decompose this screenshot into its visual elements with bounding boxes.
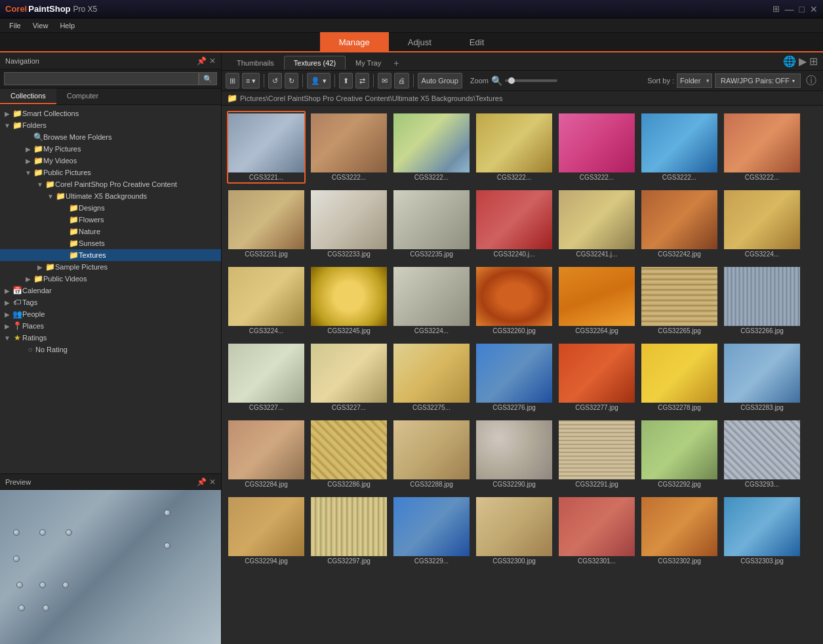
tree-public-pictures[interactable]: ▼ 📁 Public Pictures bbox=[0, 167, 221, 178]
grid-view-icon[interactable]: ⊞ bbox=[809, 55, 818, 68]
thumbnail-item[interactable]: CGS32284.jpg bbox=[227, 418, 306, 491]
thumbnail-item[interactable]: CGS3221... bbox=[227, 111, 306, 184]
info-button[interactable]: ⓘ bbox=[803, 74, 819, 88]
zoom-slider[interactable] bbox=[505, 79, 557, 82]
thumbnail-item[interactable]: CGS32291.jpg bbox=[557, 418, 636, 491]
tree-my-videos[interactable]: ▶ 📁 My Videos bbox=[0, 155, 221, 167]
tree-sample-pictures[interactable]: ▶ 📁 Sample Pictures bbox=[0, 261, 221, 273]
thumbnail-item[interactable]: CGS3222... bbox=[475, 111, 553, 184]
thumbnail-item[interactable]: CGS3222... bbox=[557, 111, 636, 184]
tree-smart-collections[interactable]: ▶ 📁 Smart Collections bbox=[0, 108, 221, 119]
tree-browse-more[interactable]: 🔍 Browse More Folders bbox=[0, 131, 221, 143]
thumbnail-item[interactable]: CGS32288.jpg bbox=[392, 418, 471, 491]
tree-no-rating[interactable]: ○ No Rating bbox=[0, 344, 221, 355]
thumbnail-item[interactable]: CGS32233.jpg bbox=[310, 188, 388, 260]
thumbnail-item[interactable]: CGS32283.jpg bbox=[723, 341, 801, 414]
tab-my-tray-view[interactable]: My Tray bbox=[346, 56, 391, 70]
thumbnail-item[interactable]: CGS3224... bbox=[227, 264, 306, 337]
tree-corel-creative[interactable]: ▼ 📁 Corel PaintShop Pro Creative Content bbox=[0, 178, 221, 190]
rotate-right-button[interactable]: ↻ bbox=[285, 73, 298, 89]
maximize-button[interactable]: □ bbox=[799, 4, 805, 14]
add-tab-button[interactable]: + bbox=[393, 58, 399, 68]
tree-tags[interactable]: ▶ 🏷 Tags bbox=[0, 296, 221, 308]
raw-jpg-button[interactable]: RAW/JPG Pairs: OFF ▾ bbox=[715, 73, 801, 88]
tab-thumbnails-view[interactable]: Thumbnails bbox=[227, 56, 284, 70]
nav-close-button[interactable]: ✕ bbox=[209, 56, 216, 66]
tree-sunsets[interactable]: 📁 Sunsets bbox=[0, 237, 221, 249]
close-button[interactable]: ✕ bbox=[810, 4, 818, 14]
upload-button[interactable]: ⬆ bbox=[339, 73, 353, 89]
slideshow-icon[interactable]: ▶ bbox=[799, 55, 807, 68]
tree-my-pictures[interactable]: ▶ 📁 My Pictures bbox=[0, 143, 221, 155]
thumbnail-item[interactable]: CGS32275... bbox=[392, 341, 471, 414]
tree-designs[interactable]: 📁 Designs bbox=[0, 202, 221, 214]
thumbnail-item[interactable]: CGS32240.j... bbox=[475, 188, 553, 260]
menu-help[interactable]: Help bbox=[54, 20, 80, 31]
detail-mode-button[interactable]: ≡ ▾ bbox=[242, 73, 260, 89]
thumbnail-item[interactable]: CGS32297.jpg bbox=[310, 494, 388, 567]
thumbnail-item[interactable]: CGS32276.jpg bbox=[475, 341, 553, 414]
thumbnail-item[interactable]: CGS32277.jpg bbox=[557, 341, 636, 414]
thumbnail-item[interactable]: CGS3227... bbox=[310, 341, 388, 414]
rotate-left-button[interactable]: ↺ bbox=[268, 73, 282, 89]
thumbnail-item[interactable]: CGS32290.jpg bbox=[475, 418, 553, 491]
thumbnail-item[interactable]: CGS32294.jpg bbox=[227, 494, 306, 567]
search-button[interactable]: 🔍 bbox=[199, 72, 217, 85]
thumbnail-item[interactable]: CGS32300.jpg bbox=[475, 494, 553, 567]
thumbnail-item[interactable]: CGS3222... bbox=[723, 111, 801, 184]
tree-folders[interactable]: ▼ 📁 Folders bbox=[0, 119, 221, 131]
thumbnail-item[interactable]: CGS32235.jpg bbox=[392, 188, 471, 260]
thumbnail-item[interactable]: CGS3293... bbox=[723, 418, 801, 491]
thumbnail-item[interactable]: CGS32303.jpg bbox=[723, 494, 801, 567]
grid-icon[interactable]: ⊞ bbox=[773, 4, 780, 14]
print-button[interactable]: 🖨 bbox=[394, 73, 409, 89]
thumbnail-item[interactable]: CGS32292.jpg bbox=[640, 418, 719, 491]
web-icon[interactable]: 🌐 bbox=[783, 55, 796, 68]
thumbnail-item[interactable]: CGS32266.jpg bbox=[723, 264, 801, 337]
thumbnail-item[interactable]: CGS3227... bbox=[227, 341, 306, 414]
preview-pin-button[interactable]: 📌 bbox=[197, 477, 207, 487]
tab-edit[interactable]: Edit bbox=[451, 32, 503, 52]
preview-close-button[interactable]: ✕ bbox=[209, 477, 216, 487]
auto-group-button[interactable]: Auto Group bbox=[418, 73, 462, 89]
tree-calendar[interactable]: ▶ 📅 Calendar bbox=[0, 285, 221, 296]
thumbnail-item[interactable]: CGS32278.jpg bbox=[640, 341, 719, 414]
thumbnail-item[interactable]: CGS3224... bbox=[723, 188, 801, 260]
menu-view[interactable]: View bbox=[28, 20, 54, 31]
thumbnail-item[interactable]: CGS32264.jpg bbox=[557, 264, 636, 337]
tree-ultimate-backgrounds[interactable]: ▼ 📁 Ultimate X5 Backgrounds bbox=[0, 190, 221, 202]
thumbnail-item[interactable]: CGS3224... bbox=[392, 264, 471, 337]
thumbnail-item[interactable]: CGS32302.jpg bbox=[640, 494, 719, 567]
thumbnail-item[interactable]: CGS32301... bbox=[557, 494, 636, 567]
tab-collections[interactable]: Collections bbox=[0, 89, 56, 104]
thumbnail-mode-button[interactable]: ⊞ bbox=[226, 73, 239, 89]
tree-nature[interactable]: 📁 Nature bbox=[0, 226, 221, 237]
thumbnail-item[interactable]: CGS3229... bbox=[392, 494, 471, 567]
send-email-button[interactable]: ✉ bbox=[378, 73, 391, 89]
people-tag-button[interactable]: 👤 ▾ bbox=[307, 73, 330, 89]
tree-textures[interactable]: 📁 Textures bbox=[0, 249, 221, 261]
tree-places[interactable]: ▶ 📍 Places bbox=[0, 320, 221, 332]
tab-textures-view[interactable]: Textures (42) bbox=[284, 56, 346, 70]
thumbnail-item[interactable]: CGS32242.jpg bbox=[640, 188, 719, 260]
sort-select[interactable]: Folder Name Date bbox=[677, 73, 712, 88]
tree-public-videos[interactable]: ▶ 📁 Public Videos bbox=[0, 273, 221, 285]
menu-file[interactable]: File bbox=[4, 20, 26, 31]
thumbnail-item[interactable]: CGS32245.jpg bbox=[310, 264, 388, 337]
thumbnail-item[interactable]: CGS3222... bbox=[640, 111, 719, 184]
minimize-button[interactable]: — bbox=[785, 4, 794, 14]
thumbnail-item[interactable]: CGS32231.jpg bbox=[227, 188, 306, 260]
thumbnail-item[interactable]: CGS3222... bbox=[392, 111, 471, 184]
tree-ratings[interactable]: ▼ ★ Ratings bbox=[0, 332, 221, 344]
tab-adjust[interactable]: Adjust bbox=[389, 32, 451, 52]
share-button[interactable]: ⇄ bbox=[355, 73, 369, 89]
tab-computer[interactable]: Computer bbox=[56, 89, 109, 104]
nav-pin-button[interactable]: 📌 bbox=[197, 56, 207, 66]
thumbnail-item[interactable]: CGS32260.jpg bbox=[475, 264, 553, 337]
zoom-slider-thumb[interactable] bbox=[508, 77, 515, 84]
thumbnail-item[interactable]: CGS32241.j... bbox=[557, 188, 636, 260]
tree-people[interactable]: ▶ 👥 People bbox=[0, 308, 221, 320]
thumbnail-item[interactable]: CGS3222... bbox=[310, 111, 388, 184]
thumbnail-item[interactable]: CGS32286.jpg bbox=[310, 418, 388, 491]
search-input[interactable] bbox=[4, 72, 199, 85]
